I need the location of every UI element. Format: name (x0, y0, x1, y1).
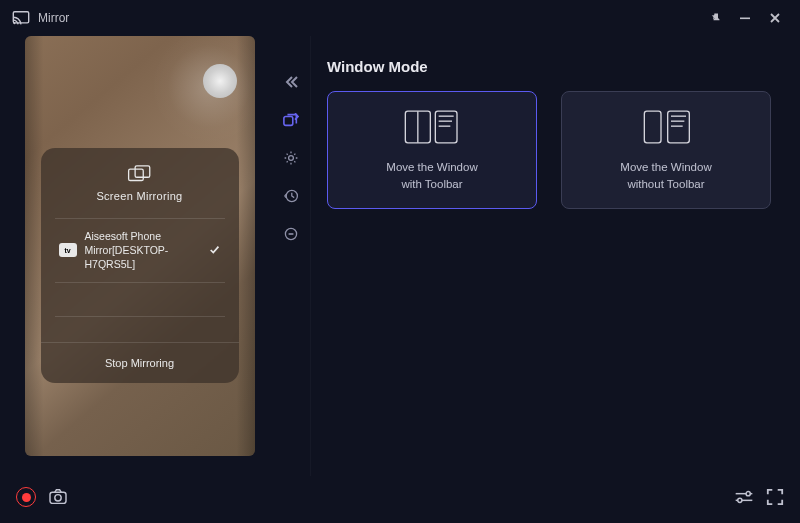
app-title: Mirror (38, 11, 69, 25)
history-tab[interactable] (275, 180, 307, 212)
svg-rect-9 (288, 233, 293, 235)
cast-icon (12, 11, 30, 25)
stop-mirroring-label: Stop Mirroring (105, 357, 174, 369)
svg-rect-3 (128, 169, 143, 180)
check-icon (209, 244, 221, 256)
settings-tab[interactable] (275, 142, 307, 174)
settings-sidebar (271, 36, 311, 476)
svg-rect-2 (740, 18, 750, 20)
svg-rect-5 (283, 116, 292, 125)
fullscreen-button[interactable] (766, 488, 784, 506)
collapse-button[interactable] (275, 66, 307, 98)
svg-point-6 (288, 156, 293, 161)
flashlight-icon (203, 64, 237, 98)
mode-label: Move the Window with Toolbar (386, 159, 477, 192)
pin-button[interactable] (702, 5, 728, 31)
footer (0, 476, 800, 518)
svg-rect-4 (135, 166, 150, 177)
record-button[interactable] (16, 487, 36, 507)
device-name: Aiseesoft Phone Mirror[DESKTOP-H7QRS5L] (85, 229, 201, 272)
output-tab[interactable] (275, 218, 307, 250)
stop-mirroring-button[interactable]: Stop Mirroring (41, 342, 239, 383)
svg-point-26 (738, 498, 742, 502)
minimize-button[interactable] (732, 5, 758, 31)
screen-mirroring-card: Screen Mirroring tv Aiseesoft Phone Mirr… (41, 148, 239, 383)
windows-overlap-icon (127, 164, 153, 184)
mode-with-toolbar[interactable]: Move the Window with Toolbar (327, 91, 537, 209)
empty-row (55, 283, 225, 317)
section-title: Window Mode (327, 58, 776, 75)
window-with-toolbar-icon (402, 107, 462, 147)
svg-rect-16 (644, 111, 661, 143)
phone-preview: Screen Mirroring tv Aiseesoft Phone Mirr… (12, 36, 267, 476)
content-panel: Window Mode Move the Window with Toolbar (311, 36, 788, 476)
titlebar: Mirror (0, 0, 800, 36)
mode-label: Move the Window without Toolbar (620, 159, 711, 192)
close-button[interactable] (762, 5, 788, 31)
window-without-toolbar-icon (636, 107, 696, 147)
mirror-card-title: Screen Mirroring (96, 190, 182, 202)
svg-point-22 (55, 495, 61, 501)
mode-without-toolbar[interactable]: Move the Window without Toolbar (561, 91, 771, 209)
tv-badge-icon: tv (59, 243, 77, 257)
screenshot-button[interactable] (48, 489, 68, 505)
adjust-button[interactable] (734, 490, 754, 504)
svg-point-24 (746, 492, 750, 496)
window-mode-tab[interactable] (275, 104, 307, 136)
phone-screen: Screen Mirroring tv Aiseesoft Phone Mirr… (25, 36, 255, 456)
svg-point-1 (13, 22, 15, 24)
device-row[interactable]: tv Aiseesoft Phone Mirror[DESKTOP-H7QRS5… (55, 218, 225, 283)
